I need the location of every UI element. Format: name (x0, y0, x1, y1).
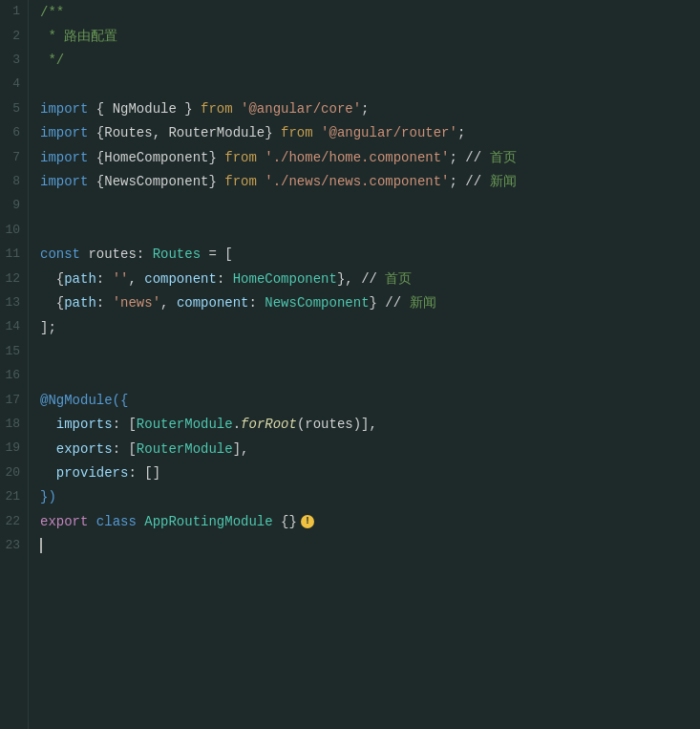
close-2: } // (370, 292, 410, 313)
code-line-17: @NgModule({ (40, 388, 700, 412)
bracket-3: {HomeComponent} (88, 147, 224, 168)
code-line-1: /** (40, 0, 700, 24)
bracket-1: { NgModule } (88, 98, 201, 119)
code-line-9 (40, 194, 700, 218)
keyword-from-1: from (201, 98, 233, 119)
assign-bracket: = [ (201, 244, 233, 265)
code-content: /** * 路由配置 */ import { NgModule } from '… (29, 0, 700, 729)
keyword-import-2: import (40, 122, 88, 143)
keyword-import-3: import (40, 147, 88, 168)
comment-news: 新闻 (490, 171, 517, 192)
comment-end: */ (40, 50, 64, 71)
key-component-1: component (144, 268, 217, 289)
val-path-2: 'news' (113, 292, 160, 313)
warning-icon: ! (301, 515, 314, 528)
keyword-from-4: from (224, 171, 257, 192)
forroot-args: (routes)], (297, 414, 377, 435)
indent-4 (40, 439, 56, 460)
val-routermodule-2: RouterModule (137, 439, 233, 460)
dot-1: . (233, 414, 241, 435)
keyword-from-2: from (281, 122, 313, 143)
key-path-1: path (64, 268, 96, 289)
code-line-7: import {HomeComponent} from './home/home… (40, 145, 700, 169)
comment-start: /** (40, 2, 64, 23)
semi-1: ; (361, 98, 369, 119)
code-line-6: import {Routes, RouterModule} from '@ang… (40, 121, 700, 145)
bracket-4: {NewsComponent} (88, 171, 224, 192)
code-line-16 (40, 364, 700, 388)
class-body: {} (273, 511, 297, 532)
comma-2: , (160, 292, 177, 313)
semi-2: ; (457, 122, 465, 143)
code-line-18: imports : [ RouterModule . forRoot (rout… (40, 413, 700, 437)
comma-1: , (128, 268, 144, 289)
val-newscomponent: NewsComponent (265, 292, 369, 313)
keyword-class: class (96, 511, 137, 532)
code-line-12: { path : '' , component : HomeComponent … (40, 267, 700, 290)
close-array: ]; (40, 317, 56, 338)
indent-5 (40, 462, 56, 483)
line-numbers: 1 2 3 4 5 6 7 8 9 10 11 12 13 14 15 16 1… (0, 0, 29, 729)
space-3 (257, 147, 265, 168)
key-providers: providers (56, 462, 129, 483)
key-imports: imports (56, 414, 113, 435)
code-line-13: { path : 'news' , component : NewsCompon… (40, 291, 700, 315)
close-exports: ], (233, 439, 249, 460)
code-line-5: import { NgModule } from '@angular/core'… (40, 97, 700, 121)
routes-var: routes: (80, 244, 153, 265)
val-routermodule-1: RouterModule (137, 414, 233, 435)
colon-3: : (96, 292, 113, 313)
space-6 (137, 511, 144, 532)
colon-1: : (96, 268, 113, 289)
code-editor: 1 2 3 4 5 6 7 8 9 10 11 12 13 14 15 16 1… (0, 0, 700, 729)
semi-3: ; // (450, 147, 490, 168)
string-news-component: './news/news.component' (265, 171, 449, 192)
indent-2: { (40, 292, 64, 313)
code-line-2: * 路由配置 (40, 24, 700, 48)
indent-1: { (40, 268, 64, 289)
keyword-import-1: import (40, 98, 88, 119)
bracket-2: {Routes, RouterModule} (88, 122, 281, 143)
colon-4: : (249, 292, 265, 313)
method-forroot: forRoot (241, 414, 297, 435)
comment-body: * 路由配置 (40, 26, 117, 47)
text-cursor (40, 538, 42, 553)
string-angular-core: '@angular/core' (241, 98, 361, 119)
string-home-component: './home/home.component' (265, 147, 449, 168)
code-line-23 (40, 534, 700, 558)
keyword-from-3: from (224, 147, 257, 168)
key-component-2: component (177, 292, 249, 313)
colon-7: : [] (128, 462, 160, 483)
comment-route-news: 新闻 (410, 292, 436, 313)
semi-4: ; // (450, 171, 490, 192)
space-2 (313, 122, 321, 143)
space-1 (233, 98, 241, 119)
val-path-1: '' (113, 268, 129, 289)
val-homecomponent: HomeComponent (233, 268, 337, 289)
code-line-20: providers : [] (40, 461, 700, 484)
decorator-close: }) (40, 486, 56, 507)
keyword-import-4: import (40, 171, 88, 192)
code-line-4 (40, 73, 700, 96)
code-line-21: }) (40, 485, 700, 509)
keyword-const: const (40, 244, 80, 265)
keyword-export: export (40, 511, 88, 532)
string-angular-router: '@angular/router' (321, 122, 457, 143)
code-line-3: */ (40, 49, 700, 73)
decorator-ngmodule: @NgModule({ (40, 390, 128, 411)
space-4 (257, 171, 265, 192)
key-path-2: path (64, 292, 96, 313)
comment-route-home: 首页 (385, 268, 412, 289)
code-line-14: ]; (40, 315, 700, 339)
colon-6: : [ (113, 439, 137, 460)
indent-3 (40, 414, 56, 435)
close-1: }, // (337, 268, 385, 289)
code-line-8: import {NewsComponent} from './news/news… (40, 170, 700, 194)
space-5 (88, 511, 95, 532)
colon-5: : [ (113, 414, 137, 435)
code-line-19: exports : [ RouterModule ], (40, 437, 700, 461)
key-exports: exports (56, 439, 113, 460)
code-line-11: const routes: Routes = [ (40, 243, 700, 267)
code-line-15 (40, 339, 700, 363)
comment-homepage: 首页 (490, 147, 517, 168)
